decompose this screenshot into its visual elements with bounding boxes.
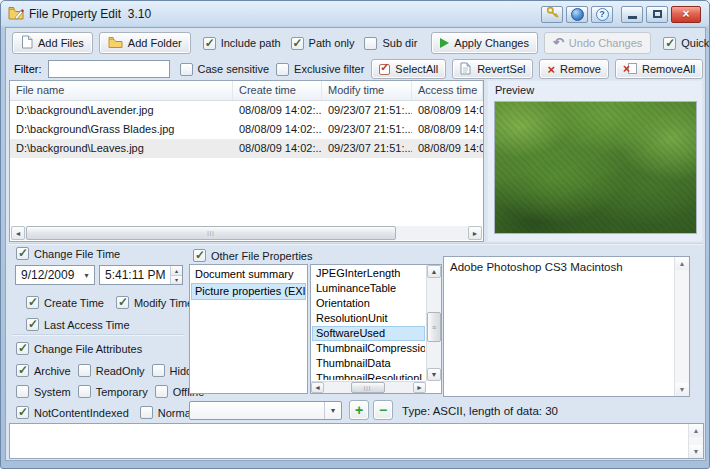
attribute-normal-checkbox[interactable]: Normal xyxy=(140,406,193,419)
property-value-combobox[interactable]: ▾ xyxy=(189,401,342,420)
scroll-right-arrow[interactable]: ► xyxy=(413,382,426,393)
scroll-up-arrow[interactable]: ▲ xyxy=(427,265,441,278)
scroll-down-arrow[interactable]: ▼ xyxy=(689,445,703,458)
scroll-left-arrow[interactable]: ◄ xyxy=(311,382,324,393)
checkbox-icon xyxy=(291,37,304,50)
remove-button[interactable]: × Remove xyxy=(539,59,609,79)
revert-sel-icon xyxy=(460,62,472,77)
list-item[interactable]: ResolutionUnit xyxy=(312,311,425,326)
list-item[interactable]: ThumbnailCompression xyxy=(312,341,425,356)
minimize-button[interactable] xyxy=(621,6,643,23)
include-path-checkbox[interactable]: Include path xyxy=(203,37,281,50)
add-files-button[interactable]: Add Files xyxy=(12,32,93,54)
list-item[interactable]: LuminanceTable xyxy=(312,281,425,296)
spin-down-icon[interactable]: ▾ xyxy=(171,276,182,285)
other-file-properties-checkbox[interactable]: Other File Properties xyxy=(193,249,312,262)
filter-input[interactable] xyxy=(48,60,170,78)
change-file-attributes-checkbox[interactable]: Change File Attributes xyxy=(16,342,142,355)
table-row-selected[interactable]: D:\background\Leaves.jpg 08/08/09 14:02:… xyxy=(10,139,483,158)
list-item-picture-properties[interactable]: Picture properties (EXIF) xyxy=(191,283,306,300)
preview-label: Preview xyxy=(495,84,534,96)
column-header-create-time[interactable]: Create time xyxy=(233,81,322,100)
revert-sel-button[interactable]: RevertSel xyxy=(452,59,533,79)
scroll-up-arrow[interactable]: ▲ xyxy=(675,257,689,270)
list-item[interactable]: ThumbnailData xyxy=(312,356,425,371)
scroll-left-arrow[interactable]: ◄ xyxy=(11,226,25,240)
case-sensitive-checkbox[interactable]: Case sensitive xyxy=(180,63,270,76)
website-button[interactable] xyxy=(566,6,588,23)
time-spin-buttons: ▴ ▾ xyxy=(170,266,182,284)
list-item[interactable]: Orientation xyxy=(312,296,425,311)
attribute-readonly-checkbox[interactable]: ReadOnly xyxy=(78,364,145,377)
checkbox-icon xyxy=(276,63,289,76)
chevron-down-icon[interactable]: ▾ xyxy=(324,402,341,419)
time-spinner[interactable]: 5:41:11 PM ▴ ▾ xyxy=(99,265,183,285)
attribute-notcontentindexed-checkbox[interactable]: NotContentIndexed xyxy=(16,406,129,419)
modify-time-label: Modify Time xyxy=(134,297,193,309)
scrollbar-thumb[interactable]: ||| xyxy=(26,226,396,240)
attribute-temporary-checkbox[interactable]: Temporary xyxy=(78,385,148,398)
scroll-down-arrow[interactable]: ▼ xyxy=(427,368,441,381)
property-value-box[interactable]: Adobe Photoshop CS3 Macintosh ▲ ▼ xyxy=(443,256,690,397)
select-all-button[interactable]: SelectAll xyxy=(371,59,446,79)
table-row[interactable]: D:\background\Grass Blades.jpg 08/08/09 … xyxy=(10,120,483,139)
list-item[interactable]: ThumbnailResolutionUnit xyxy=(312,371,425,380)
value-box-scrollbar[interactable]: ▲ ▼ xyxy=(674,257,689,396)
column-header-filename[interactable]: File name xyxy=(10,81,233,100)
help-button[interactable]: ? xyxy=(591,6,613,23)
remove-all-button[interactable]: × RemoveAll xyxy=(615,59,703,79)
remove-property-button[interactable]: − xyxy=(373,400,393,420)
date-picker[interactable]: 9/12/2009 ▾ xyxy=(15,265,95,285)
apply-changes-label: Apply Changes xyxy=(454,37,529,49)
attribute-system-checkbox[interactable]: System xyxy=(16,385,71,398)
apply-changes-button[interactable]: Apply Changes xyxy=(431,32,538,54)
checkbox-icon xyxy=(116,296,129,309)
attribute-archive-checkbox[interactable]: Archive xyxy=(16,364,71,377)
titlebar[interactable]: File Property Edit 3.10 ? xyxy=(1,1,709,27)
modify-time-checkbox[interactable]: Modify Time xyxy=(116,296,193,309)
register-button[interactable] xyxy=(541,6,563,23)
scroll-up-arrow[interactable]: ▲ xyxy=(689,424,703,437)
add-folder-button[interactable]: Add Folder xyxy=(99,32,191,54)
attribute-label: Archive xyxy=(34,365,71,377)
undo-changes-label: Undo Changes xyxy=(569,37,642,49)
last-access-time-checkbox[interactable]: Last Access Time xyxy=(26,318,130,331)
change-file-time-checkbox[interactable]: Change File Time xyxy=(16,247,120,260)
file-list-horizontal-scrollbar[interactable]: ◄ ||| ► xyxy=(11,226,482,240)
undo-changes-button[interactable]: ↶ Undo Changes xyxy=(544,32,651,54)
path-only-checkbox[interactable]: Path only xyxy=(291,37,355,50)
globe-icon xyxy=(571,8,584,21)
scrollbar-thumb[interactable]: ≡ xyxy=(427,312,441,342)
maximize-button[interactable] xyxy=(646,6,668,23)
cell-modify-time: 09/23/07 21:51:... xyxy=(322,101,412,120)
property-list-vertical-scrollbar[interactable]: ▲ ≡ ▼ xyxy=(426,265,441,381)
remove-icon: × xyxy=(547,64,555,75)
scroll-right-arrow[interactable]: ► xyxy=(468,226,482,240)
message-log-scrollbar[interactable]: ▲ ▼ xyxy=(688,424,703,458)
scroll-down-arrow[interactable]: ▼ xyxy=(675,383,689,396)
list-item-document-summary[interactable]: Document summary xyxy=(191,266,306,283)
checkbox-icon xyxy=(16,247,29,260)
chevron-down-icon[interactable]: ▾ xyxy=(79,266,94,284)
time-value: 5:41:11 PM xyxy=(100,268,170,282)
add-property-button[interactable]: + xyxy=(349,400,369,420)
column-header-modify-time[interactable]: Modify time xyxy=(322,81,412,100)
close-button[interactable]: × xyxy=(671,6,701,23)
create-time-checkbox[interactable]: Create Time xyxy=(26,296,104,309)
scrollbar-thumb[interactable]: ||| xyxy=(351,382,385,393)
group-divider xyxy=(12,334,184,336)
table-row[interactable]: D:\background\Lavender.jpg 08/08/09 14:0… xyxy=(10,101,483,120)
file-list-header: File name Create time Modify time Access… xyxy=(10,81,483,101)
list-item[interactable]: JPEGInterLength xyxy=(312,266,425,281)
message-log-box[interactable]: ▲ ▼ xyxy=(9,423,704,459)
list-item-selected[interactable]: SoftwareUsed xyxy=(312,326,425,341)
checkbox-icon xyxy=(16,342,29,355)
app-window: File Property Edit 3.10 ? xyxy=(0,0,710,469)
property-list-horizontal-scrollbar[interactable]: ◄ ||| ► xyxy=(311,381,426,393)
spin-up-icon[interactable]: ▴ xyxy=(171,266,182,276)
quickview-checkbox[interactable]: Quickview xyxy=(663,37,710,50)
exclusive-filter-checkbox[interactable]: Exclusive filter xyxy=(276,63,364,76)
sub-dir-checkbox[interactable]: Sub dir xyxy=(364,37,417,50)
add-files-label: Add Files xyxy=(38,37,84,49)
column-header-access-time[interactable]: Access time xyxy=(412,81,483,100)
